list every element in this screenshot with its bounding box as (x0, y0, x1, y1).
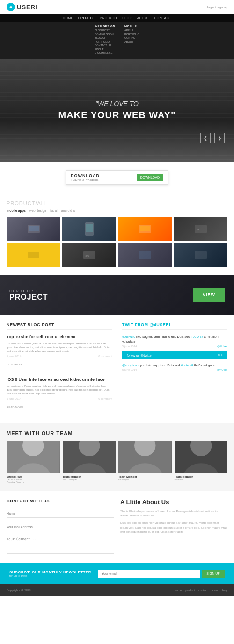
nav-col-item[interactable]: PORTFOLIO (95, 40, 115, 43)
nav-col-item[interactable]: COMING SOON (95, 33, 115, 36)
footer-link-product[interactable]: product (185, 589, 195, 592)
blog-post-1: Top 10 site for sell Your ui element Lor… (7, 335, 112, 367)
product-thumb-3[interactable] (118, 217, 172, 241)
logo-circle: 4 (7, 3, 15, 11)
blog-post-1-meta: 5 june 2014 0 comment (7, 355, 112, 358)
nav-col-webdesign: WEB DESIGN BLOG POST COMING SOON BLOG UI… (95, 25, 115, 55)
filter-tab-web[interactable]: web design (29, 209, 46, 212)
nav-col-item[interactable]: CONTACT (124, 36, 139, 39)
nav-project[interactable]: PROJECT (78, 16, 95, 20)
product-title-suffix: /all (35, 200, 48, 206)
project-label: OUR LETEST PROJECT (9, 289, 48, 301)
contact-title: CONTUCT WITH US (7, 499, 114, 503)
newsletter-title: Subcrive Our Monthly Newsletter (9, 570, 91, 574)
blog-post-2-meta: 5 june 2014 0 comment (7, 397, 112, 400)
contact-about-section: CONTUCT WITH US A Little About Us This i… (0, 491, 234, 563)
nav-home[interactable]: HOME (63, 16, 73, 20)
blog-title: NEWEST BLOG POST (7, 322, 112, 330)
team-photo-4 (175, 441, 228, 473)
team-member-1: Sheak Reza CEO / Founder Creative Direct… (7, 441, 60, 484)
download-label: DOWNLOAD (71, 173, 100, 178)
svg-rect-12 (139, 251, 151, 259)
footer-link-home[interactable]: home (175, 589, 182, 592)
blog-column: NEWEST BLOG POST Top 10 site for sell Yo… (7, 322, 117, 415)
svg-text:NEW: NEW (85, 255, 89, 257)
contact-email-input[interactable] (7, 523, 114, 531)
nav-col-item[interactable]: CONTACT US (95, 44, 115, 47)
blog-twitter-section: NEWEST BLOG POST Top 10 site for sell Yo… (0, 315, 234, 423)
nav-col-item[interactable]: E-COMMERCE (95, 51, 115, 54)
product-thumb-2[interactable] (62, 217, 116, 241)
hero-quote: "WE LOVE TO (58, 100, 176, 107)
twitter-follow-button[interactable]: follow us @twitter 12 k (122, 351, 227, 359)
nav-col-item[interactable]: BLOG UI (95, 36, 115, 39)
blog-divider (7, 373, 112, 373)
product-thumb-1[interactable] (7, 217, 60, 241)
team-section: MEET WITH OUR TEAM Sheak Reza CEO / Foun… (0, 423, 234, 491)
filter-tab-android[interactable]: android ai (61, 209, 76, 212)
nav-contact[interactable]: CONTACT (154, 16, 171, 20)
footer-link-blog[interactable]: blog (222, 589, 227, 592)
nav-col-item[interactable]: ABOUT (124, 40, 139, 43)
contact-comment-input[interactable] (7, 535, 114, 554)
nav-dropdown: WEB DESIGN BLOG POST COMING SOON BLOG UI… (0, 22, 234, 59)
team-photo-3 (118, 441, 172, 473)
prev-arrow[interactable]: ❮ (200, 133, 211, 143)
product-thumb-7[interactable] (118, 243, 172, 267)
nav-about[interactable]: ABOUT (137, 16, 150, 20)
header-login[interactable]: login / sign up (207, 6, 227, 9)
twitter-title: TWIT FROM @4USERi (122, 322, 227, 330)
nav-col-item[interactable]: PORTFOLIO (124, 33, 139, 36)
footer: Copyrights 4USERi home product contact a… (0, 584, 234, 596)
svg-rect-5 (140, 226, 150, 231)
product-thumb-4[interactable]: UI (174, 217, 227, 241)
nav-col-item[interactable]: ABOUT (95, 48, 115, 50)
team-member-1-subtitle: Creative Director (7, 481, 60, 484)
product-thumb-6[interactable]: NEW (62, 243, 116, 267)
logo[interactable]: 4 USERi (7, 3, 38, 11)
footer-link-contact[interactable]: contact (198, 589, 207, 592)
team-member-3: Team Member Developer (118, 441, 172, 484)
newsletter-email-input[interactable] (98, 570, 200, 578)
team-member-2: Team Member Web Designer (63, 441, 116, 484)
team-member-4-title: Marketer (175, 478, 228, 481)
blog-post-2-readmore[interactable]: READ MORE... (7, 406, 26, 408)
download-button[interactable]: DOWNLOAD (137, 174, 163, 181)
filter-tab-ios[interactable]: iOS ai (50, 209, 57, 212)
nav-col-item[interactable]: APP UI (124, 29, 139, 32)
product-thumb-8[interactable] (174, 243, 227, 267)
nav-col-webdesign-title: WEB DESIGN (95, 25, 115, 28)
download-sublabel: TODAY'S FREEBE (71, 178, 100, 181)
team-member-3-title: Developer (118, 478, 172, 481)
svg-rect-13 (195, 251, 207, 259)
nav-col-item[interactable]: BLOG POST (95, 29, 115, 32)
contact-name-input[interactable] (7, 509, 114, 518)
project-title: PROJECT (9, 293, 48, 301)
blog-post-1-comments: 0 comment (98, 355, 112, 358)
filter-tab-mobile[interactable]: mobile apps (7, 209, 26, 212)
product-section: PRODUCT/all mobile apps web design iOS a… (0, 193, 234, 275)
product-thumb-5[interactable] (7, 243, 60, 267)
project-view-button[interactable]: VIEW (193, 288, 225, 302)
next-arrow[interactable]: ❯ (214, 133, 225, 143)
blog-post-2-title: IOS 8 User Interface vs adroied kitket u… (7, 377, 112, 383)
logo-text: USERi (17, 4, 38, 11)
svg-rect-1 (29, 226, 39, 231)
nav-col-mobile-title: MOBILE (124, 25, 139, 28)
hero-arrows: ❮ ❯ (200, 133, 225, 143)
contact-form: CONTUCT WITH US (7, 499, 114, 556)
project-section: OUR LETEST PROJECT VIEW (0, 275, 234, 315)
tweet-1-mention: @envato (122, 335, 135, 338)
tweet-1-text: @envato nec sagittis sem nibh id elit. D… (122, 335, 227, 344)
logo-number: 4 (9, 5, 12, 9)
nav-product[interactable]: PRODUCT (100, 16, 117, 20)
blog-post-2-comments: 0 comment (98, 397, 112, 400)
newsletter-signup-button[interactable]: SIGN UP (202, 570, 225, 578)
hero-content: "WE LOVE TO MAKE YOUR WEB WAY" (58, 100, 176, 121)
nav-blog[interactable]: BLOG (122, 16, 132, 20)
about-text-2: Duis sed odio sit amet nibh vulputate cu… (120, 521, 227, 535)
project-sub: OUR LETEST (9, 289, 48, 293)
footer-link-about[interactable]: about (212, 589, 219, 592)
team-member-4: Team Member Marketer (175, 441, 228, 484)
blog-post-1-readmore[interactable]: READ MORE... (7, 363, 26, 366)
